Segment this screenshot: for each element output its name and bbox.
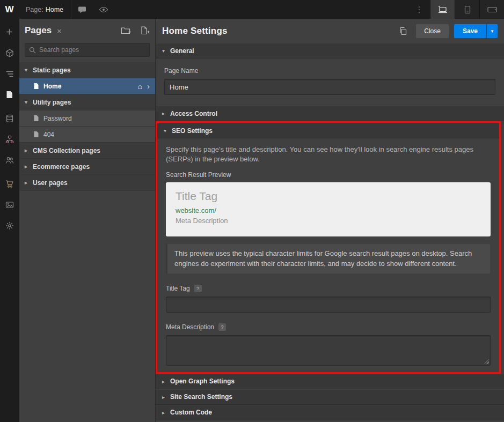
general-section-body: Page Name <box>156 58 504 106</box>
section-custom-code[interactable]: ▸ Custom Code <box>156 405 504 420</box>
components-cube-icon[interactable] <box>0 42 19 63</box>
caret-right-icon: ▸ <box>162 110 170 116</box>
save-button-group: Save ▾ <box>454 24 498 38</box>
section-label: Custom Code <box>170 409 212 416</box>
section-general[interactable]: ▾ General <box>156 43 504 58</box>
title-tag-label: Title Tag <box>166 285 190 292</box>
page-name-label: Page Name <box>164 67 198 75</box>
caret-right-icon: ▸ <box>25 147 33 153</box>
tree-group-label: User pages <box>33 179 68 187</box>
tree-group-label: CMS Collection pages <box>33 147 100 154</box>
page-settings-panel: Home Settings Close Save ▾ ▾ General Pag… <box>156 19 504 422</box>
caret-right-icon: ▸ <box>25 164 33 169</box>
tree-item-404[interactable]: 404 <box>19 127 155 143</box>
caret-right-icon: ▸ <box>25 180 33 186</box>
section-label: General <box>170 47 194 55</box>
seo-description-text: Specify this page's title and descriptio… <box>166 145 491 164</box>
section-label: Access Control <box>170 110 217 117</box>
save-options-caret-icon[interactable]: ▾ <box>486 24 498 38</box>
pages-tree: ▾ Static pages Home ⌂ › ▾ Utility pages … <box>19 62 155 191</box>
help-icon[interactable]: ? <box>218 323 226 331</box>
page-icon <box>33 131 39 138</box>
pages-search-box <box>25 43 150 57</box>
section-label: Open Graph Settings <box>170 377 235 385</box>
caret-right-icon: ▸ <box>162 379 170 384</box>
duplicate-page-icon[interactable] <box>399 27 407 35</box>
chevron-right-icon[interactable]: › <box>147 82 150 91</box>
logic-flow-icon[interactable] <box>0 129 19 150</box>
home-icon: ⌂ <box>138 82 142 91</box>
tree-group-ecommerce-pages[interactable]: ▸ Ecommerce pages <box>19 159 155 175</box>
meta-description-label: Meta Description <box>166 323 214 331</box>
new-page-icon[interactable] <box>140 26 150 35</box>
help-icon[interactable]: ? <box>194 285 202 292</box>
search-pages-input[interactable] <box>39 46 145 54</box>
settings-gear-icon[interactable] <box>0 215 19 236</box>
section-label: Site Search Settings <box>170 393 232 401</box>
page-icon <box>33 115 39 122</box>
caret-down-icon: ▾ <box>162 48 170 54</box>
users-icon[interactable] <box>0 150 19 171</box>
section-open-graph[interactable]: ▸ Open Graph Settings <box>156 374 504 389</box>
assets-icon[interactable] <box>0 194 19 215</box>
desktop-breakpoint-icon[interactable] <box>430 0 455 19</box>
tree-group-utility-pages[interactable]: ▾ Utility pages <box>19 94 155 110</box>
topbar: W Page:Home ⋮ <box>0 0 504 19</box>
close-panel-icon[interactable]: × <box>57 27 62 35</box>
tree-item-label: 404 <box>43 131 54 138</box>
section-site-search[interactable]: ▸ Site Search Settings <box>156 389 504 405</box>
page-indicator[interactable]: Page:Home <box>26 6 63 13</box>
pages-panel-actions <box>121 26 150 35</box>
meta-description-wrap <box>166 335 491 366</box>
cms-collections-icon[interactable] <box>0 108 19 129</box>
preview-eye-icon[interactable] <box>93 0 114 19</box>
tree-group-label: Ecommerce pages <box>33 163 90 171</box>
breakpoint-switcher <box>430 0 504 19</box>
caret-right-icon: ▸ <box>162 394 170 400</box>
pages-panel-title: Pages <box>25 25 52 36</box>
serp-title-text: Title Tag <box>176 190 481 203</box>
title-tag-field: Title Tag? <box>166 283 491 313</box>
close-button[interactable]: Close <box>416 24 449 38</box>
left-toolbar <box>0 19 19 422</box>
tree-group-static-pages[interactable]: ▾ Static pages <box>19 62 155 78</box>
settings-actions: Close Save ▾ <box>399 24 498 38</box>
caret-down-icon: ▾ <box>164 128 172 134</box>
new-folder-icon[interactable] <box>121 26 132 35</box>
title-tag-input[interactable] <box>166 297 491 313</box>
serp-meta-text: Meta Description <box>176 217 481 225</box>
tree-group-user-pages[interactable]: ▸ User pages <box>19 175 155 191</box>
tree-group-cms-collection-pages[interactable]: ▸ CMS Collection pages <box>19 143 155 159</box>
save-button[interactable]: Save <box>454 24 486 38</box>
section-seo-settings[interactable]: ▾ SEO Settings <box>157 123 499 138</box>
seo-section-body: Specify this page's title and descriptio… <box>157 138 499 372</box>
settings-title: Home Settings <box>162 26 228 36</box>
tree-group-label: Static pages <box>33 66 71 74</box>
pages-panel-icon[interactable] <box>0 84 19 105</box>
serp-url-text: website.com/ <box>176 206 481 214</box>
webflow-logo[interactable]: W <box>0 0 19 19</box>
navigator-icon[interactable] <box>0 63 19 84</box>
meta-description-textarea[interactable] <box>166 335 491 366</box>
pages-panel: Pages × ▾ Static pages Home ⌂ <box>19 19 156 422</box>
tree-item-password[interactable]: Password <box>19 110 155 127</box>
home-row-meta: ⌂ › <box>138 82 155 91</box>
ecommerce-cart-icon[interactable] <box>0 173 19 194</box>
seo-annotation-rectangle: ▾ SEO Settings Specify this page's title… <box>156 121 501 374</box>
search-icon <box>29 47 36 54</box>
feedback-chat-icon[interactable] <box>71 0 93 19</box>
section-access-control[interactable]: ▸ Access Control <box>156 106 504 121</box>
kebab-menu-icon[interactable]: ⋮ <box>412 0 427 19</box>
search-result-preview-label: Search Result Preview <box>166 171 491 179</box>
mobile-landscape-breakpoint-icon[interactable] <box>479 0 504 19</box>
meta-description-field: Meta Description? <box>166 322 491 366</box>
tablet-breakpoint-icon[interactable] <box>455 0 479 19</box>
page-name-input[interactable] <box>164 79 495 95</box>
tree-item-label: Home <box>43 83 61 90</box>
serp-note-box: This preview uses the typical character … <box>166 243 491 273</box>
page-icon <box>33 83 39 90</box>
caret-down-icon: ▾ <box>25 67 33 73</box>
tree-item-home[interactable]: Home ⌂ › <box>19 78 155 94</box>
serp-preview-card: Title Tag website.com/ Meta Description <box>166 182 491 236</box>
add-elements-icon[interactable] <box>0 21 19 42</box>
